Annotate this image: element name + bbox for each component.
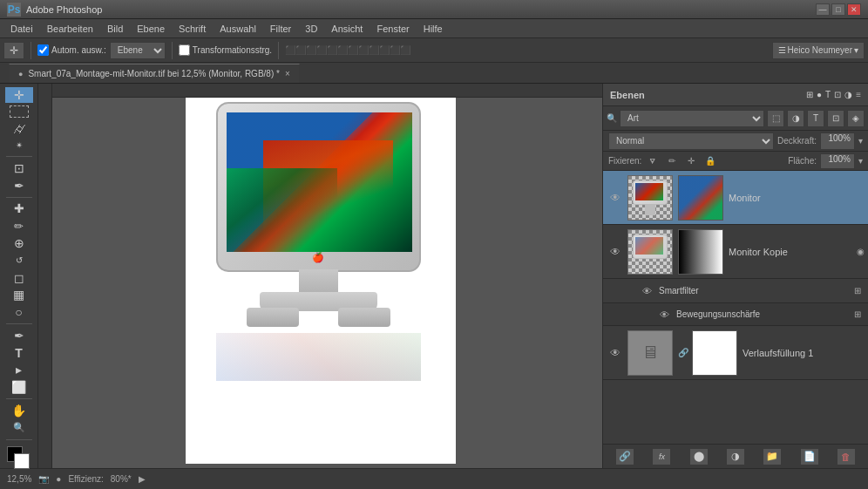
filter-pixel-icon[interactable]: ⬚ [767,110,784,127]
opacity-value[interactable]: 100% [820,132,855,150]
move-tool-button[interactable]: ✛ [5,87,33,103]
layer-row-monitor[interactable]: 👁 Monitor [603,171,868,225]
menu-ansicht[interactable]: Ansicht [324,22,370,36]
filter-shape-icon[interactable]: ⊡ [827,110,844,127]
panel-type-icon[interactable]: T [825,90,831,99]
panel-filter-icon[interactable]: ⊞ [806,90,813,99]
history-brush-button[interactable]: ↺ [5,253,33,268]
toolbar: ✛ ⌭ ✴ ⊡ ✒ ✚ ✏ ⊕ ↺ ◻ ▦ ○ ✒ T ▸ ⬜ ✋ 🔍 [0,84,38,468]
fill-label: Fläche: [788,156,817,166]
status-arrow[interactable]: ▶ [139,474,146,484]
rectangular-marquee-button[interactable] [10,105,29,118]
add-mask-button[interactable]: ⬤ [689,448,709,465]
move-tool-option[interactable]: ✛ [3,42,24,59]
brush-tool-button[interactable]: ✏ [5,218,33,234]
fill-arrow[interactable]: ▾ [858,156,863,166]
menu-filter[interactable]: Filter [263,22,298,36]
canvas-area[interactable]: 🍎 [38,84,602,468]
status-separator: ● [56,474,61,484]
menu-bearbeiten[interactable]: Bearbeiten [40,22,100,36]
close-button[interactable]: ✕ [847,3,861,16]
menu-ebene[interactable]: Ebene [130,22,172,36]
layer-visibility-bewegung[interactable]: 👁 [655,309,673,320]
tab-close-button[interactable]: × [285,69,290,78]
panel-mask-icon[interactable]: ● [817,90,822,99]
panel-menu-icon[interactable]: ≡ [856,90,861,99]
layer-row-monitor-kopie[interactable]: 👁 Monitor Kopie ◉ [603,225,868,279]
menu-datei[interactable]: Datei [3,22,40,36]
maximize-button[interactable]: □ [831,3,845,16]
dodge-tool-button[interactable]: ○ [5,304,33,320]
link-layers-button[interactable]: 🔗 [615,448,634,465]
blend-mode-select[interactable]: Normal Multiplizieren Abdunkeln [608,132,774,150]
menu-bar: Datei Bearbeiten Bild Ebene Schrift Ausw… [0,19,868,38]
transform-label: Transformationsstrg. [179,44,272,56]
tool-sep-5 [6,439,32,440]
document-tab[interactable]: ● Smart_07a_Montage-mit-Monitor.tif bei … [9,64,300,83]
new-group-button[interactable]: 📁 [763,448,782,465]
layer-filter-select[interactable]: Art Name Effekt [620,110,764,127]
shape-tool-button[interactable]: ⬜ [5,379,33,395]
gradient-tool-button[interactable]: ▦ [5,288,33,303]
fill-value[interactable]: 100% [820,153,855,169]
menu-bild[interactable]: Bild [100,22,130,36]
fix-position-icon[interactable]: ⛛ [645,153,661,169]
path-selection-button[interactable]: ▸ [5,363,33,378]
layer-row-verlauf[interactable]: 👁 🖥 🔗 Verlaufsfüllung 1 [603,326,868,380]
layer-thumb-monitor-kopie [627,229,673,275]
opacity-arrow[interactable]: ▾ [858,136,863,146]
transform-checkbox[interactable] [179,44,190,56]
eyedropper-tool-button[interactable]: ✒ [5,178,33,194]
layer-visibility-monitor[interactable]: 👁 [607,192,624,204]
menu-auswahl[interactable]: Auswahl [213,22,263,36]
layer-select[interactable]: Ebene Gruppe [110,42,166,59]
panel-group-icon[interactable]: ⊡ [834,90,841,99]
title-bar: Ps Adobe Photoshop — □ ✕ [0,0,868,19]
menu-schrift[interactable]: Schrift [172,22,213,36]
tab-bar: ● Smart_07a_Montage-mit-Monitor.tif bei … [0,63,868,84]
profile-area[interactable]: ☰ Heico Neumeyer ▾ [772,42,865,59]
adjustment-button[interactable]: ◑ [726,448,745,465]
clone-stamp-button[interactable]: ⊕ [5,235,33,251]
layer-row-bewegung[interactable]: 👁 Bewegungsunschärfe ⊞ [603,303,868,326]
add-style-button[interactable]: fx [652,448,671,465]
profile-name: Heico Neumeyer [788,45,852,55]
separator-3 [278,42,279,59]
layer-visibility-smartfilter[interactable]: 👁 [638,286,655,296]
color-swatches[interactable] [5,445,33,463]
layers-list[interactable]: 👁 Monitor 👁 [603,171,868,444]
quick-select-button[interactable]: ✴ [5,138,33,153]
fix-move-icon[interactable]: ✛ [683,153,699,169]
eraser-tool-button[interactable]: ◻ [5,270,33,286]
tool-sep-2 [6,197,32,198]
monitor-body: 🍎 [216,102,421,272]
auto-select-checkbox[interactable] [37,44,49,56]
filter-adj-icon[interactable]: ◑ [787,110,804,127]
zoom-tool-button[interactable]: 🔍 [5,420,33,436]
type-tool-button[interactable]: T [5,345,33,361]
layer-visibility-verlauf[interactable]: 👁 [607,347,624,359]
filter-type-icon[interactable]: T [807,110,824,127]
delete-layer-button[interactable]: 🗑 [837,448,856,465]
verlauf-link-icon[interactable]: 🔗 [678,348,688,357]
crop-tool-button[interactable]: ⊡ [5,160,33,176]
menu-hilfe[interactable]: Hilfe [417,22,450,36]
fix-brush-icon[interactable]: ✏ [664,153,680,169]
pen-tool-button[interactable]: ✒ [5,328,33,343]
profile-icon: ☰ [778,45,786,55]
new-layer-button[interactable]: 📄 [800,448,819,465]
layer-visibility-monitor-kopie[interactable]: 👁 [607,246,624,258]
profile-chevron: ▾ [854,45,858,55]
menu-fenster[interactable]: Fenster [370,22,416,36]
hand-tool-button[interactable]: ✋ [5,403,33,418]
menu-3d[interactable]: 3D [298,22,324,36]
fix-lock-icon[interactable]: 🔒 [702,153,718,169]
monitor-reflection [216,333,421,381]
panel-adjust-icon[interactable]: ◑ [844,90,852,99]
layer-row-smartfilter[interactable]: 👁 Smartfilter ⊞ [603,279,868,303]
minimize-button[interactable]: — [816,3,830,16]
filter-smart-icon[interactable]: ◈ [847,110,865,127]
layer-effect-icon[interactable]: ◉ [857,247,865,256]
lasso-tool-button[interactable]: ⌭ [5,120,33,136]
healing-brush-button[interactable]: ✚ [5,200,33,216]
